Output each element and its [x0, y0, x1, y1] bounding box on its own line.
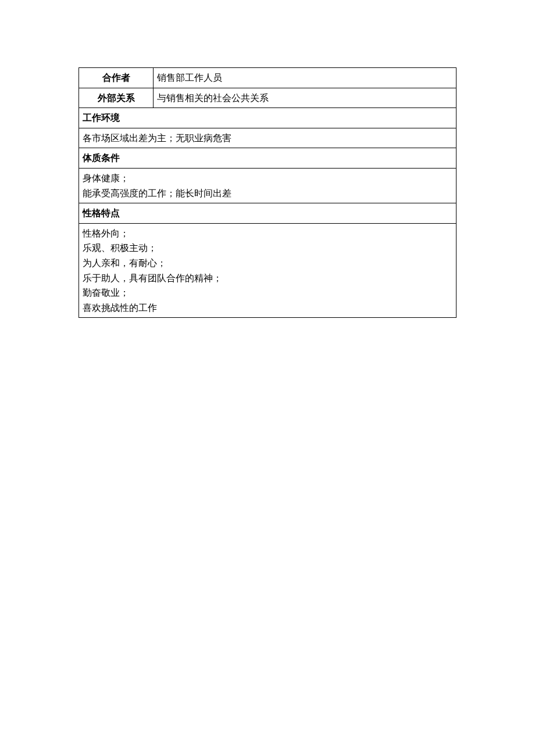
label-cooperator: 合作者 — [79, 68, 154, 88]
row-personality-body: 性格外向； 乐观、积极主动； 为人亲和，有耐心； 乐于助人，具有团队合作的精神；… — [79, 223, 456, 318]
personality-line-5: 喜欢挑战性的工作 — [83, 300, 452, 316]
label-external-relations: 外部关系 — [79, 88, 154, 108]
row-workenv-header: 工作环境 — [79, 108, 456, 128]
header-physical-condition: 体质条件 — [79, 148, 456, 169]
personality-line-3: 乐于助人，具有团队合作的精神； — [83, 271, 452, 286]
row-cooperator: 合作者 销售部工作人员 — [79, 68, 456, 88]
job-description-table: 合作者 销售部工作人员 外部关系 与销售相关的社会公共关系 工作环境 各市场区域… — [79, 67, 456, 318]
personality-line-1: 乐观、积极主动； — [83, 241, 452, 256]
row-workenv-body: 各市场区域出差为主；无职业病危害 — [79, 128, 456, 148]
row-personality-header: 性格特点 — [79, 203, 456, 224]
physical-line-1: 能承受高强度的工作；能长时间出差 — [83, 186, 452, 201]
header-personality: 性格特点 — [79, 203, 456, 224]
personality-line-0: 性格外向； — [83, 226, 452, 241]
row-physical-body: 身体健康； 能承受高强度的工作；能长时间出差 — [79, 168, 456, 203]
header-work-environment: 工作环境 — [79, 108, 456, 128]
value-cooperator: 销售部工作人员 — [154, 68, 456, 88]
personality-line-4: 勤奋敬业； — [83, 285, 452, 300]
value-external-relations: 与销售相关的社会公共关系 — [154, 88, 456, 108]
document-page: 合作者 销售部工作人员 外部关系 与销售相关的社会公共关系 工作环境 各市场区域… — [79, 67, 456, 318]
body-personality: 性格外向； 乐观、积极主动； 为人亲和，有耐心； 乐于助人，具有团队合作的精神；… — [79, 223, 456, 318]
row-physical-header: 体质条件 — [79, 148, 456, 169]
body-work-environment: 各市场区域出差为主；无职业病危害 — [79, 128, 456, 148]
personality-line-2: 为人亲和，有耐心； — [83, 256, 452, 271]
body-physical-condition: 身体健康； 能承受高强度的工作；能长时间出差 — [79, 168, 456, 203]
row-external-relations: 外部关系 与销售相关的社会公共关系 — [79, 88, 456, 108]
physical-line-0: 身体健康； — [83, 171, 452, 186]
workenv-line-0: 各市场区域出差为主；无职业病危害 — [83, 131, 452, 146]
